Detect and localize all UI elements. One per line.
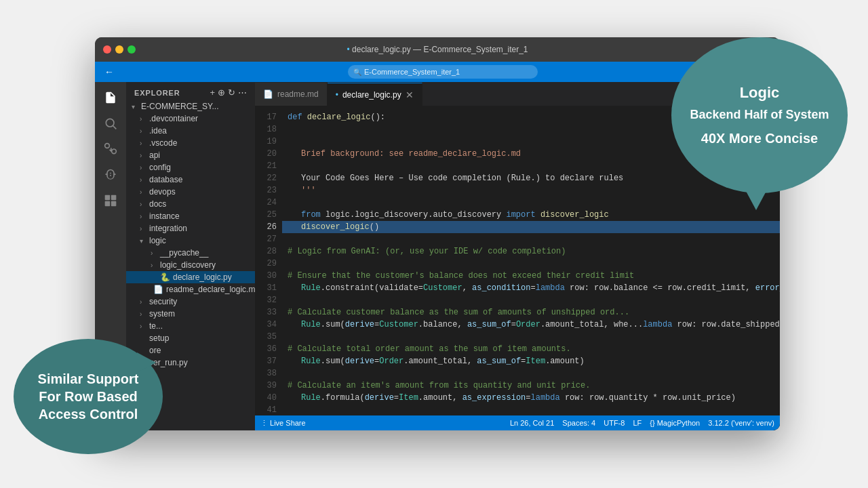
folder-security[interactable]: › security [126, 296, 255, 308]
line-num: 34 [255, 319, 277, 331]
line-num: 41 [255, 404, 277, 415]
spaces-indicator[interactable]: Spaces: 4 [562, 419, 595, 427]
folder-name: security [149, 297, 177, 306]
folder-logic[interactable]: ▾ logic [126, 235, 255, 247]
line-num: 39 [255, 380, 277, 392]
folder-name: instance [149, 211, 180, 221]
code-line: from logic.logic_discovery.auto_discover… [282, 209, 780, 221]
maximize-button[interactable] [127, 45, 136, 54]
chevron-right-icon: › [140, 298, 146, 306]
code-line: Rule.sum(derive=Customer.balance, as_sum… [282, 319, 780, 331]
code-line: # Calculate total order amount as the su… [282, 343, 780, 355]
chevron-right-icon: › [140, 140, 146, 147]
folder-system[interactable]: › system [126, 308, 255, 320]
bubble-subtitle: Backend Half of System [690, 107, 829, 123]
minimize-button[interactable] [115, 45, 123, 54]
title-bar: • declare_logic.py — E-Commerce_System_i… [95, 37, 780, 62]
explorer-icon[interactable] [100, 87, 121, 108]
folder-idea[interactable]: › .idea [126, 125, 255, 137]
language-indicator[interactable]: {} MagicPython [650, 419, 700, 427]
folder-devops[interactable]: › devops [126, 186, 255, 198]
extensions-icon[interactable] [100, 190, 121, 211]
folder-logic-discovery[interactable]: › logic_discovery [126, 259, 255, 271]
line-num: 37 [255, 355, 277, 367]
file-name: setup [149, 333, 169, 343]
folder-integration[interactable]: › integration [126, 222, 255, 235]
code-line [282, 258, 780, 270]
line-num: 20 [255, 148, 277, 160]
folder-name: devops [149, 187, 176, 197]
close-button[interactable] [103, 45, 111, 54]
status-bar: ⋮ Live Share Ln 26, Col 21 Spaces: 4 UTF… [255, 415, 780, 430]
chevron-right-icon: › [140, 201, 146, 208]
status-left: ⋮ Live Share [260, 419, 306, 428]
back-button[interactable]: ← [100, 65, 118, 79]
folder-te[interactable]: › te... [126, 320, 255, 332]
folder-name: .idea [149, 126, 167, 136]
line-num: 23 [255, 184, 277, 197]
chevron-right-icon: › [140, 127, 146, 135]
bubble-title: Logic [740, 84, 780, 102]
bubble-accent: 40X More Concise [701, 131, 818, 146]
status-right: Ln 26, Col 21 Spaces: 4 UTF-8 LF {} Magi… [510, 419, 774, 427]
chevron-right-icon: › [151, 249, 157, 257]
live-share-button[interactable]: ⋮ Live Share [260, 419, 306, 428]
refresh-icon[interactable]: ↻ [228, 87, 235, 98]
new-file-icon[interactable]: + [210, 87, 215, 98]
tree-root-item[interactable]: ▾ E-COMMERCE_SY... [126, 100, 255, 113]
tab-close-button[interactable]: ✕ [406, 89, 414, 100]
folder-name: config [149, 163, 171, 172]
file-name: declare_logic.py [173, 272, 232, 282]
line-num: 32 [255, 294, 277, 306]
tab-readme[interactable]: 📄 readme.md [255, 83, 328, 106]
source-control-icon[interactable] [100, 139, 121, 159]
folder-docs[interactable]: › docs [126, 198, 255, 210]
line-ending-indicator[interactable]: LF [633, 419, 642, 427]
file-name: readme_declare_logic.md [166, 285, 255, 294]
folder-name: system [149, 309, 175, 319]
line-num: 25 [255, 209, 277, 221]
search-icon[interactable] [100, 113, 121, 134]
chevron-right-icon: › [140, 213, 146, 220]
bubble-logic: Logic Backend Half of System 40X More Co… [671, 37, 848, 193]
tab-label: declare_logic.py [342, 90, 401, 100]
chevron-right-icon: › [140, 225, 146, 232]
cursor-position[interactable]: Ln 26, Col 21 [510, 419, 554, 427]
chevron-right-icon: › [140, 310, 146, 318]
encoding-indicator[interactable]: UTF-8 [604, 419, 625, 427]
chevron-right-icon: › [140, 152, 146, 159]
folder-pycache[interactable]: › __pycache__ [126, 247, 255, 259]
folder-name: logic [149, 236, 166, 245]
folder-devcontainer[interactable]: › .devcontainer [126, 113, 255, 125]
debug-icon[interactable] [100, 165, 121, 185]
tab-declare-logic[interactable]: • declare_logic.py ✕ [328, 83, 422, 106]
code-line: # Calculate an item's amount from its qu… [282, 380, 780, 392]
python-version[interactable]: 3.12.2 ('venv': venv) [708, 419, 774, 427]
folder-name: __pycache__ [160, 248, 208, 258]
new-folder-icon[interactable]: ⊕ [218, 87, 225, 98]
folder-api[interactable]: › api [126, 149, 255, 161]
sidebar-header: EXPLORER + ⊕ ↻ ⋯ [126, 82, 255, 100]
traffic-lights [103, 45, 136, 54]
chevron-right-icon: › [151, 262, 157, 269]
folder-config[interactable]: › config [126, 161, 255, 174]
folder-instance[interactable]: › instance [126, 210, 255, 222]
file-setup[interactable]: setup [126, 332, 255, 344]
folder-vscode[interactable]: › .vscode [126, 137, 255, 149]
code-line [282, 331, 780, 343]
chevron-right-icon: › [140, 176, 146, 184]
code-line [282, 233, 780, 245]
search-bar[interactable]: 🔍 E-Commerce_System_iter_1 [348, 65, 538, 79]
line-num: 33 [255, 306, 277, 319]
folder-name: api [149, 150, 160, 160]
line-num: 38 [255, 367, 277, 380]
code-line: Rule.formula(derive=Item.amount, as_expr… [282, 392, 780, 404]
file-readme-declare[interactable]: 📄 readme_declare_logic.md [126, 283, 255, 296]
code-line: Rule.constraint(validate=Customer, as_co… [282, 282, 780, 294]
collapse-icon[interactable]: ⋯ [238, 87, 247, 98]
file-declare-logic[interactable]: 🐍 declare_logic.py [126, 271, 255, 283]
folder-database[interactable]: › database [126, 174, 255, 186]
line-num: 18 [255, 123, 277, 136]
explorer-title: EXPLORER [134, 89, 180, 97]
tab-dot: • [336, 90, 338, 100]
